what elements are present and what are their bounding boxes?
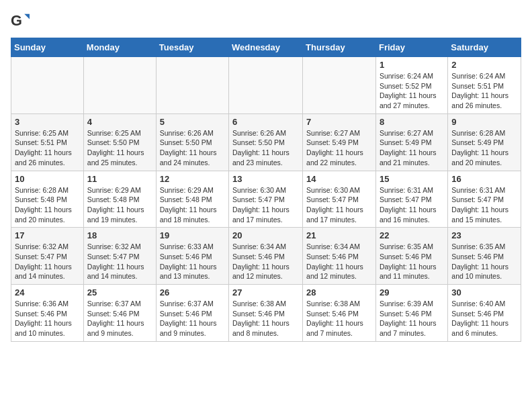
day-number: 24 [15, 287, 80, 298]
day-number: 26 [160, 287, 225, 298]
day-info: Sunrise: 6:35 AM Sunset: 5:46 PM Dayligh… [451, 242, 517, 281]
day-number: 8 [380, 117, 444, 127]
day-info: Sunrise: 6:26 AM Sunset: 5:50 PM Dayligh… [232, 128, 299, 168]
day-info: Sunrise: 6:25 AM Sunset: 5:51 PM Dayligh… [15, 128, 80, 168]
day-number: 3 [15, 117, 80, 127]
day-info: Sunrise: 6:38 AM Sunset: 5:46 PM Dayligh… [306, 299, 372, 338]
page-header: G [11, 11, 521, 30]
day-number: 21 [306, 230, 372, 240]
calendar-cell: 24Sunrise: 6:36 AM Sunset: 5:46 PM Dayli… [11, 285, 84, 342]
calendar-cell: 7Sunrise: 6:27 AM Sunset: 5:49 PM Daylig… [303, 113, 376, 171]
calendar-cell: 8Sunrise: 6:27 AM Sunset: 5:49 PM Daylig… [375, 113, 447, 171]
calendar-cell: 19Sunrise: 6:33 AM Sunset: 5:46 PM Dayli… [156, 228, 228, 285]
weekday-header: Saturday [448, 38, 521, 57]
svg-text:G: G [11, 12, 22, 29]
day-number: 17 [15, 230, 80, 240]
calendar-cell: 10Sunrise: 6:28 AM Sunset: 5:48 PM Dayli… [11, 171, 84, 228]
day-number: 5 [160, 117, 225, 127]
weekday-header: Wednesday [229, 38, 303, 57]
day-number: 30 [451, 287, 517, 298]
day-number: 12 [160, 174, 225, 184]
calendar-header-row: SundayMondayTuesdayWednesdayThursdayFrid… [11, 38, 521, 57]
day-info: Sunrise: 6:30 AM Sunset: 5:47 PM Dayligh… [232, 185, 299, 225]
calendar-table: SundayMondayTuesdayWednesdayThursdayFrid… [11, 38, 521, 342]
calendar-cell: 22Sunrise: 6:35 AM Sunset: 5:46 PM Dayli… [375, 228, 447, 285]
calendar-cell: 27Sunrise: 6:38 AM Sunset: 5:46 PM Dayli… [229, 285, 303, 342]
day-info: Sunrise: 6:36 AM Sunset: 5:46 PM Dayligh… [15, 299, 80, 338]
day-info: Sunrise: 6:39 AM Sunset: 5:46 PM Dayligh… [380, 299, 444, 338]
day-info: Sunrise: 6:31 AM Sunset: 5:47 PM Dayligh… [380, 185, 444, 225]
day-info: Sunrise: 6:24 AM Sunset: 5:51 PM Dayligh… [451, 71, 517, 111]
svg-marker-1 [24, 14, 30, 19]
calendar-cell [156, 57, 228, 114]
calendar-cell: 6Sunrise: 6:26 AM Sunset: 5:50 PM Daylig… [229, 113, 303, 171]
calendar-cell: 4Sunrise: 6:25 AM Sunset: 5:50 PM Daylig… [83, 113, 156, 171]
day-info: Sunrise: 6:37 AM Sunset: 5:46 PM Dayligh… [87, 299, 152, 338]
calendar-cell [11, 57, 84, 114]
weekday-header: Tuesday [156, 38, 228, 57]
calendar-cell [303, 57, 376, 114]
calendar-cell: 9Sunrise: 6:28 AM Sunset: 5:49 PM Daylig… [448, 113, 521, 171]
calendar-week-row: 3Sunrise: 6:25 AM Sunset: 5:51 PM Daylig… [11, 113, 521, 171]
calendar-week-row: 10Sunrise: 6:28 AM Sunset: 5:48 PM Dayli… [11, 171, 521, 228]
day-info: Sunrise: 6:35 AM Sunset: 5:46 PM Dayligh… [380, 242, 444, 281]
calendar-cell: 12Sunrise: 6:29 AM Sunset: 5:48 PM Dayli… [156, 171, 228, 228]
calendar-week-row: 1Sunrise: 6:24 AM Sunset: 5:52 PM Daylig… [11, 57, 521, 114]
calendar-cell: 23Sunrise: 6:35 AM Sunset: 5:46 PM Dayli… [448, 228, 521, 285]
day-number: 13 [232, 174, 299, 184]
day-number: 18 [87, 230, 152, 240]
calendar-cell: 26Sunrise: 6:37 AM Sunset: 5:46 PM Dayli… [156, 285, 228, 342]
day-number: 22 [380, 230, 444, 240]
day-info: Sunrise: 6:24 AM Sunset: 5:52 PM Dayligh… [380, 71, 444, 111]
calendar-cell: 25Sunrise: 6:37 AM Sunset: 5:46 PM Dayli… [83, 285, 156, 342]
day-info: Sunrise: 6:25 AM Sunset: 5:50 PM Dayligh… [87, 128, 152, 168]
calendar-cell: 29Sunrise: 6:39 AM Sunset: 5:46 PM Dayli… [375, 285, 447, 342]
calendar-cell: 15Sunrise: 6:31 AM Sunset: 5:47 PM Dayli… [375, 171, 447, 228]
calendar-week-row: 24Sunrise: 6:36 AM Sunset: 5:46 PM Dayli… [11, 285, 521, 342]
day-number: 20 [232, 230, 299, 240]
calendar-cell: 13Sunrise: 6:30 AM Sunset: 5:47 PM Dayli… [229, 171, 303, 228]
day-info: Sunrise: 6:40 AM Sunset: 5:46 PM Dayligh… [451, 299, 517, 338]
day-info: Sunrise: 6:28 AM Sunset: 5:49 PM Dayligh… [451, 128, 517, 168]
day-info: Sunrise: 6:28 AM Sunset: 5:48 PM Dayligh… [15, 185, 80, 225]
day-info: Sunrise: 6:29 AM Sunset: 5:48 PM Dayligh… [87, 185, 152, 225]
calendar-cell: 28Sunrise: 6:38 AM Sunset: 5:46 PM Dayli… [303, 285, 376, 342]
calendar-cell: 1Sunrise: 6:24 AM Sunset: 5:52 PM Daylig… [375, 57, 447, 114]
day-info: Sunrise: 6:32 AM Sunset: 5:47 PM Dayligh… [87, 242, 152, 281]
calendar-cell: 20Sunrise: 6:34 AM Sunset: 5:46 PM Dayli… [229, 228, 303, 285]
day-info: Sunrise: 6:34 AM Sunset: 5:46 PM Dayligh… [232, 242, 299, 281]
logo: G [11, 11, 32, 30]
calendar-week-row: 17Sunrise: 6:32 AM Sunset: 5:47 PM Dayli… [11, 228, 521, 285]
calendar-cell [83, 57, 156, 114]
calendar-cell: 11Sunrise: 6:29 AM Sunset: 5:48 PM Dayli… [83, 171, 156, 228]
day-info: Sunrise: 6:34 AM Sunset: 5:46 PM Dayligh… [306, 242, 372, 281]
calendar-cell: 21Sunrise: 6:34 AM Sunset: 5:46 PM Dayli… [303, 228, 376, 285]
day-number: 28 [306, 287, 372, 298]
calendar-cell: 5Sunrise: 6:26 AM Sunset: 5:50 PM Daylig… [156, 113, 228, 171]
day-number: 4 [87, 117, 152, 127]
calendar-cell: 30Sunrise: 6:40 AM Sunset: 5:46 PM Dayli… [448, 285, 521, 342]
day-number: 19 [160, 230, 225, 240]
calendar-cell: 2Sunrise: 6:24 AM Sunset: 5:51 PM Daylig… [448, 57, 521, 114]
day-number: 14 [306, 174, 372, 184]
calendar-cell: 18Sunrise: 6:32 AM Sunset: 5:47 PM Dayli… [83, 228, 156, 285]
day-number: 15 [380, 174, 444, 184]
day-number: 16 [451, 174, 517, 184]
calendar-cell: 17Sunrise: 6:32 AM Sunset: 5:47 PM Dayli… [11, 228, 84, 285]
day-number: 6 [232, 117, 299, 127]
day-info: Sunrise: 6:31 AM Sunset: 5:47 PM Dayligh… [451, 185, 517, 225]
day-number: 29 [380, 287, 444, 298]
day-number: 23 [451, 230, 517, 240]
calendar-cell: 16Sunrise: 6:31 AM Sunset: 5:47 PM Dayli… [448, 171, 521, 228]
day-info: Sunrise: 6:29 AM Sunset: 5:48 PM Dayligh… [160, 185, 225, 225]
weekday-header: Sunday [11, 38, 84, 57]
day-info: Sunrise: 6:27 AM Sunset: 5:49 PM Dayligh… [306, 128, 372, 168]
day-info: Sunrise: 6:37 AM Sunset: 5:46 PM Dayligh… [160, 299, 225, 338]
day-info: Sunrise: 6:26 AM Sunset: 5:50 PM Dayligh… [160, 128, 225, 168]
day-number: 25 [87, 287, 152, 298]
day-number: 9 [451, 117, 517, 127]
logo-icon: G [11, 11, 30, 30]
day-info: Sunrise: 6:27 AM Sunset: 5:49 PM Dayligh… [380, 128, 444, 168]
day-number: 11 [87, 174, 152, 184]
calendar-cell: 14Sunrise: 6:30 AM Sunset: 5:47 PM Dayli… [303, 171, 376, 228]
